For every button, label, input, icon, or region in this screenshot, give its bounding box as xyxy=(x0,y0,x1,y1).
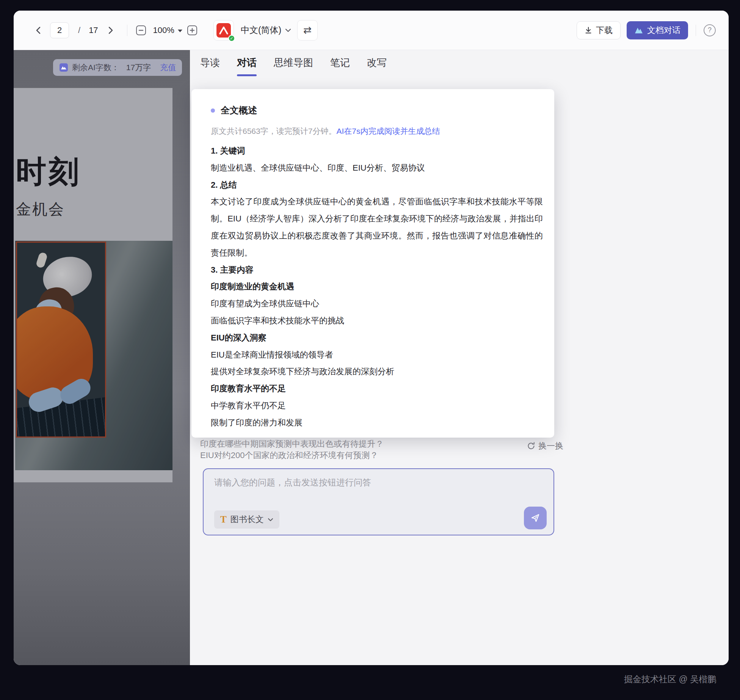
tab-notes[interactable]: 笔记 xyxy=(330,56,350,76)
translate-swap-button[interactable]: ⇄ xyxy=(297,20,318,41)
credit-value: 17万字 xyxy=(126,62,151,73)
tab-mindmap[interactable]: 思维导图 xyxy=(274,56,313,76)
summary-text: 面临低识字率和技术技能水平的挑战 xyxy=(211,312,543,330)
summary-text: 制造业机遇、全球供应链中心、印度、EIU分析、贸易协议 xyxy=(211,160,543,177)
tab-rewrite[interactable]: 改写 xyxy=(367,56,387,76)
summary-subheading: 印度制造业的黄金机遇 xyxy=(211,278,543,295)
caret-down-icon xyxy=(178,30,182,32)
doc-chat-label: 文档对话 xyxy=(647,25,680,36)
summary-subheading: 印度教育水平的不足 xyxy=(211,380,543,397)
summary-card: 全文概述 原文共计6563字，读完预计7分钟。AI在7s内完成阅读并生成总结 1… xyxy=(191,89,554,438)
language-dropdown[interactable]: 中文(简体) xyxy=(241,24,291,36)
pdf-pane: 时刻 金机会 剩余AI字数： 17万字 xyxy=(14,50,190,665)
chat-panel: 导读 对话 思维导图 笔记 改写 全文概述 原文共计6563字，读完预计7分钟。… xyxy=(190,50,729,665)
pdf-icon xyxy=(216,23,231,38)
current-page-input[interactable]: 2 xyxy=(50,22,69,38)
zoom-in-button[interactable] xyxy=(185,24,199,37)
screenshot-stage: 2 / 17 100% ✓ 中 xyxy=(0,0,740,700)
refresh-icon xyxy=(527,442,535,450)
current-page-value: 2 xyxy=(57,25,62,35)
download-label: 下载 xyxy=(596,25,613,36)
summary-text: 本文讨论了印度成为全球供应链中心的黄金机遇，尽管面临低识字率和技术技能水平等限制… xyxy=(211,193,543,261)
question-input[interactable] xyxy=(214,477,533,499)
community-watermark: 掘金技术社区 @ 吴楷鹏 xyxy=(624,673,716,685)
toolbar-divider xyxy=(696,25,696,36)
summary-text: 提供对全球复杂环境下经济与政治发展的深刻分析 xyxy=(211,363,543,380)
download-button[interactable]: 下载 xyxy=(577,21,621,39)
suggested-question-2[interactable]: EIU对约200个国家的政治和经济环境有何预测？ xyxy=(200,450,378,461)
text-mode-icon: T xyxy=(220,514,227,525)
mode-selector-chip[interactable]: T 图书长文 xyxy=(214,510,279,529)
zoom-level-dropdown[interactable]: 100% xyxy=(153,25,182,35)
language-value: 中文(简体) xyxy=(241,24,281,36)
summary-heading: 3. 主要内容 xyxy=(211,262,543,279)
zoom-out-icon xyxy=(136,25,146,36)
zoom-in-icon xyxy=(187,25,198,36)
toolbar: 2 / 17 100% ✓ 中 xyxy=(14,11,729,50)
photo-dim-overlay xyxy=(15,241,172,470)
help-label: ? xyxy=(708,26,712,34)
zoom-level-value: 100% xyxy=(153,25,174,35)
tab-guide[interactable]: 导读 xyxy=(200,56,220,76)
question-composer: T 图书长文 xyxy=(203,468,554,535)
summary-meta-text: 原文共计6563字，读完预计7分钟。 xyxy=(211,127,336,135)
recharge-link[interactable]: 充值 xyxy=(160,62,176,73)
ai-credit-badge: 剩余AI字数： 17万字 充值 xyxy=(53,59,182,76)
next-page-button[interactable] xyxy=(103,24,117,37)
page-divider: / xyxy=(78,25,80,35)
chevron-down-icon xyxy=(268,518,273,522)
check-badge-icon: ✓ xyxy=(228,35,235,42)
summary-text: EIU是全球商业情报领域的领导者 xyxy=(211,347,543,364)
download-icon xyxy=(585,27,592,34)
panel-tabs: 导读 对话 思维导图 笔记 改写 xyxy=(200,56,387,76)
refresh-label: 换一换 xyxy=(538,440,563,452)
doc-chat-logo-icon xyxy=(634,27,643,34)
summary-subheading: EIU的深入洞察 xyxy=(211,330,543,347)
help-button[interactable]: ? xyxy=(704,24,716,36)
summary-text: 限制了印度的潜力和发展 xyxy=(211,414,543,432)
bullet-dot-icon xyxy=(211,108,215,113)
summary-title-row: 全文概述 xyxy=(211,104,543,116)
summary-meta-link[interactable]: AI在7s内完成阅读并生成总结 xyxy=(336,127,440,135)
summary-title: 全文概述 xyxy=(221,104,257,116)
tab-chat[interactable]: 对话 xyxy=(237,56,257,76)
chevron-left-icon xyxy=(34,26,43,35)
toolbar-divider xyxy=(127,25,127,36)
pdf-page-title: 时刻 xyxy=(16,152,81,193)
send-button[interactable] xyxy=(524,507,547,529)
zoom-out-button[interactable] xyxy=(134,24,148,37)
chevron-down-icon xyxy=(285,28,291,33)
doc-chat-button[interactable]: 文档对话 xyxy=(627,21,688,39)
app-window: 2 / 17 100% ✓ 中 xyxy=(14,11,729,665)
summary-meta: 原文共计6563字，读完预计7分钟。AI在7s内完成阅读并生成总结 xyxy=(211,126,543,137)
pdf-page-subtitle: 金机会 xyxy=(16,199,65,220)
total-pages: 17 xyxy=(89,25,98,35)
pdf-file-badge: ✓ xyxy=(213,20,234,41)
chevron-right-icon xyxy=(106,26,114,35)
swap-arrows-icon: ⇄ xyxy=(303,24,312,36)
suggested-question-1[interactable]: 印度在哪些中期国家预测中表现出色或有待提升？ xyxy=(200,438,384,450)
send-icon xyxy=(530,513,541,523)
summary-heading: 2. 总结 xyxy=(211,177,543,194)
summary-heading: 1. 关键词 xyxy=(211,143,543,160)
ai-logo-icon xyxy=(59,63,68,72)
summary-body: 1. 关键词 制造业机遇、全球供应链中心、印度、EIU分析、贸易协议 2. 总结… xyxy=(211,143,543,432)
summary-text: 中学教育水平仍不足 xyxy=(211,397,543,414)
prev-page-button[interactable] xyxy=(32,24,45,37)
mode-chip-label: 图书长文 xyxy=(230,514,264,525)
summary-text: 印度有望成为全球供应链中心 xyxy=(211,295,543,312)
pdf-page-photo xyxy=(15,241,172,470)
credit-label: 剩余AI字数： xyxy=(72,62,119,73)
refresh-questions-button[interactable]: 换一换 xyxy=(527,440,563,452)
